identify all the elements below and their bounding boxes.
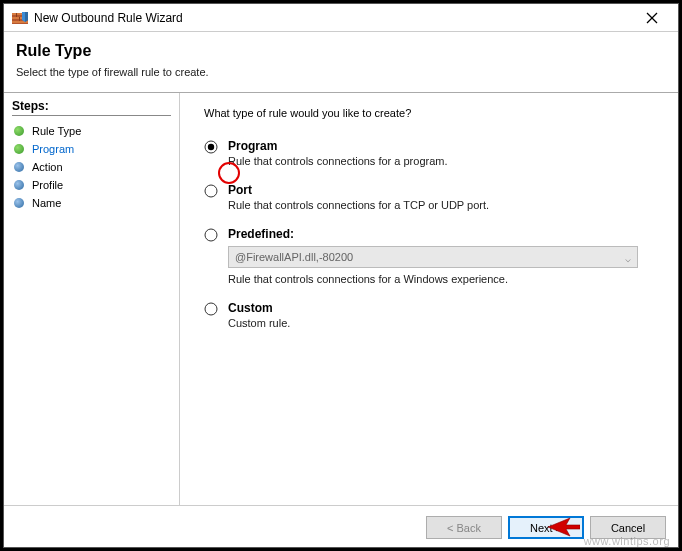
page-subtitle: Select the type of firewall rule to crea…: [16, 66, 666, 78]
radio-port[interactable]: [204, 184, 218, 198]
titlebar: New Outbound Rule Wizard: [4, 4, 678, 32]
window-title: New Outbound Rule Wizard: [34, 11, 632, 25]
svg-point-11: [205, 185, 217, 197]
option-custom-desc: Custom rule.: [228, 317, 660, 329]
option-port-label[interactable]: Port: [228, 183, 660, 197]
close-button[interactable]: [632, 7, 672, 29]
wizard-header: Rule Type Select the type of firewall ru…: [4, 32, 678, 92]
option-port[interactable]: Port Rule that controls connections for …: [204, 183, 660, 211]
svg-point-10: [208, 144, 214, 150]
option-program-label[interactable]: Program: [228, 139, 660, 153]
option-custom-label[interactable]: Custom: [228, 301, 660, 315]
close-icon: [646, 12, 658, 24]
option-program[interactable]: Program Rule that controls connections f…: [204, 139, 660, 167]
prompt-text: What type of rule would you like to crea…: [204, 107, 660, 119]
sidebar-item-profile[interactable]: Profile: [12, 176, 171, 194]
dropdown-value: @FirewallAPI.dll,-80200: [235, 251, 353, 263]
step-label: Action: [32, 161, 63, 173]
next-button[interactable]: Next >: [508, 516, 584, 539]
cancel-button[interactable]: Cancel: [590, 516, 666, 539]
step-bullet-icon: [14, 126, 24, 136]
sidebar-item-name[interactable]: Name: [12, 194, 171, 212]
step-bullet-icon: [14, 180, 24, 190]
option-custom[interactable]: Custom Custom rule.: [204, 301, 660, 329]
sidebar-item-rule-type[interactable]: Rule Type: [12, 122, 171, 140]
step-bullet-icon: [14, 198, 24, 208]
step-bullet-icon: [14, 144, 24, 154]
predefined-dropdown[interactable]: @FirewallAPI.dll,-80200 ⌵: [228, 246, 638, 268]
chevron-down-icon: ⌵: [625, 251, 631, 267]
svg-rect-6: [19, 17, 20, 21]
step-label: Program: [32, 143, 74, 155]
page-title: Rule Type: [16, 42, 666, 60]
svg-point-13: [205, 303, 217, 315]
option-predefined-label[interactable]: Predefined:: [228, 227, 660, 241]
step-label: Name: [32, 197, 61, 209]
back-button: < Back: [426, 516, 502, 539]
main-content: What type of rule would you like to crea…: [180, 93, 678, 505]
sidebar-item-program[interactable]: Program: [12, 140, 171, 158]
svg-point-12: [205, 229, 217, 241]
radio-predefined[interactable]: [204, 228, 218, 242]
sidebar-item-action[interactable]: Action: [12, 158, 171, 176]
option-predefined-desc: Rule that controls connections for a Win…: [228, 273, 660, 285]
radio-custom[interactable]: [204, 302, 218, 316]
radio-program[interactable]: [204, 140, 218, 154]
step-label: Rule Type: [32, 125, 81, 137]
option-program-desc: Rule that controls connections for a pro…: [228, 155, 660, 167]
option-predefined[interactable]: Predefined: @FirewallAPI.dll,-80200 ⌵ Ru…: [204, 227, 660, 285]
step-bullet-icon: [14, 162, 24, 172]
steps-heading: Steps:: [12, 99, 171, 116]
svg-rect-4: [16, 13, 17, 17]
option-port-desc: Rule that controls connections for a TCP…: [228, 199, 660, 211]
steps-sidebar: Steps: Rule Type Program Action Profile …: [4, 93, 180, 505]
step-label: Profile: [32, 179, 63, 191]
footer: < Back Next > Cancel www.wintips.org: [4, 505, 678, 549]
firewall-icon: [12, 10, 28, 26]
